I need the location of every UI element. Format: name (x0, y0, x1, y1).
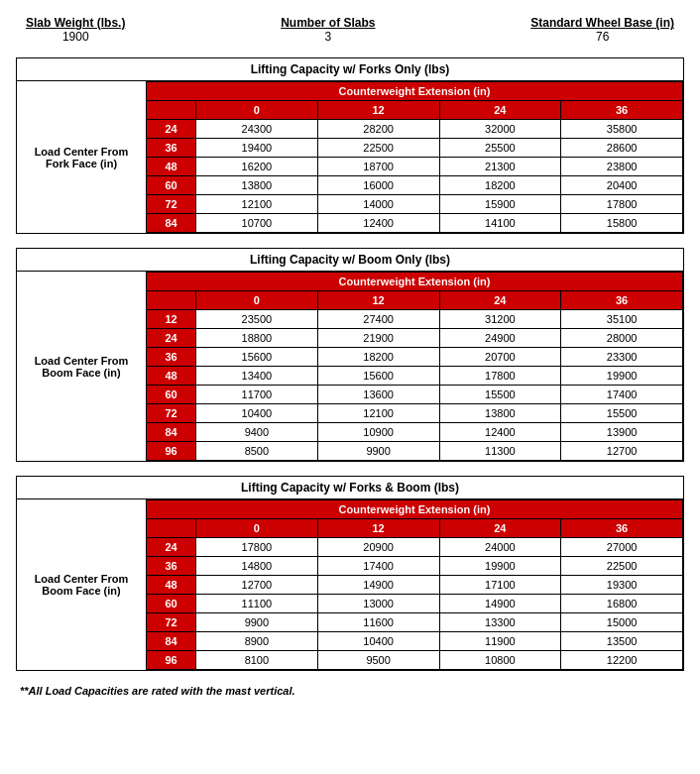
data-cell: 17100 (439, 576, 561, 595)
slab-weight-label: Slab Weight (lbs.) (26, 16, 125, 30)
data-cell: 23500 (196, 310, 318, 329)
data-cell: 13800 (196, 176, 318, 195)
table-row: 729900116001330015000 (147, 613, 683, 632)
data-cell: 13500 (561, 632, 683, 651)
data-cell: 35800 (561, 120, 683, 139)
data-cell: 10700 (196, 214, 318, 233)
data-cell: 13000 (317, 595, 439, 613)
table-row: 7212100140001590017800 (147, 195, 683, 214)
data-cell: 11100 (196, 595, 318, 613)
table-row: 849400109001240013900 (147, 423, 683, 442)
num-slabs-value: 3 (281, 30, 375, 44)
data-cell: 9900 (317, 442, 439, 461)
table2-cw-header: Counterweight Extension (in) (147, 273, 683, 291)
data-cell: 12100 (317, 404, 439, 423)
table-row: 6013800160001820020400 (147, 176, 683, 195)
data-cell: 12400 (317, 214, 439, 233)
table1-col-36: 36 (561, 101, 683, 120)
data-cell: 11700 (196, 386, 318, 404)
row-label-cell: 60 (147, 595, 196, 613)
data-cell: 17400 (561, 386, 683, 404)
data-cell: 11600 (317, 613, 439, 632)
data-cell: 12100 (196, 195, 318, 214)
table3-outer: Load Center From Boom Face (in) Counterw… (17, 499, 683, 670)
table1-row-label: Load Center From Fork Face (in) (17, 81, 146, 233)
num-slabs: Number of Slabs 3 (281, 16, 375, 44)
table1-col-placeholder (147, 101, 196, 120)
table-row: 848900104001190013500 (147, 632, 683, 651)
data-cell: 20900 (317, 538, 439, 557)
row-label-cell: 36 (147, 139, 196, 158)
table3-col-0: 0 (196, 519, 318, 538)
data-cell: 10900 (317, 423, 439, 442)
table-row: 1223500274003120035100 (147, 310, 683, 329)
data-cell: 13900 (561, 423, 683, 442)
data-cell: 13800 (439, 404, 561, 423)
data-cell: 15000 (561, 613, 683, 632)
data-cell: 9400 (196, 423, 318, 442)
data-cell: 16000 (317, 176, 439, 195)
data-cell: 20700 (439, 348, 561, 367)
table3-forks-boom: Lifting Capacity w/ Forks & Boom (lbs) L… (16, 476, 684, 671)
data-cell: 9500 (317, 651, 439, 670)
table1-title: Lifting Capacity w/ Forks Only (lbs) (17, 58, 683, 81)
row-label-cell: 24 (147, 538, 196, 557)
data-cell: 18200 (317, 348, 439, 367)
data-cell: 18200 (439, 176, 561, 195)
data-cell: 12700 (561, 442, 683, 461)
table-row: 3619400225002550028600 (147, 139, 683, 158)
row-label-cell: 12 (147, 310, 196, 329)
data-cell: 22500 (317, 139, 439, 158)
data-cell: 19900 (561, 367, 683, 386)
data-cell: 15600 (317, 367, 439, 386)
data-cell: 12200 (561, 651, 683, 670)
row-label-cell: 48 (147, 576, 196, 595)
table3-data-table: Counterweight Extension (in) 0 12 24 36 … (146, 499, 683, 670)
data-cell: 18700 (317, 158, 439, 176)
data-cell: 11900 (439, 632, 561, 651)
data-cell: 10800 (439, 651, 561, 670)
data-cell: 15900 (439, 195, 561, 214)
table-row: 7210400121001380015500 (147, 404, 683, 423)
data-cell: 15600 (196, 348, 318, 367)
table-row: 2424300282003200035800 (147, 120, 683, 139)
data-cell: 31200 (439, 310, 561, 329)
data-cell: 12700 (196, 576, 318, 595)
row-label-cell: 36 (147, 348, 196, 367)
row-label-cell: 72 (147, 404, 196, 423)
data-cell: 16800 (561, 595, 683, 613)
table-row: 96810095001080012200 (147, 651, 683, 670)
data-cell: 16200 (196, 158, 318, 176)
table1-col-12: 12 (317, 101, 439, 120)
data-cell: 22500 (561, 557, 683, 576)
table3-col-24: 24 (439, 519, 561, 538)
data-cell: 32000 (439, 120, 561, 139)
data-cell: 14800 (196, 557, 318, 576)
data-cell: 28000 (561, 329, 683, 348)
data-cell: 17800 (561, 195, 683, 214)
data-cell: 24900 (439, 329, 561, 348)
data-cell: 25500 (439, 139, 561, 158)
table1-data-area: Counterweight Extension (in) 0 12 24 36 … (146, 81, 683, 233)
table3-col-placeholder (147, 519, 196, 538)
data-cell: 35100 (561, 310, 683, 329)
data-cell: 10400 (317, 632, 439, 651)
data-cell: 27400 (317, 310, 439, 329)
row-label-cell: 72 (147, 613, 196, 632)
data-cell: 13600 (317, 386, 439, 404)
table3-row-label: Load Center From Boom Face (in) (17, 499, 146, 670)
table-row: 6011100130001490016800 (147, 595, 683, 613)
data-cell: 15500 (439, 386, 561, 404)
table3-data-area: Counterweight Extension (in) 0 12 24 36 … (146, 499, 683, 670)
data-cell: 14900 (317, 576, 439, 595)
row-label-cell: 84 (147, 632, 196, 651)
row-label-cell: 72 (147, 195, 196, 214)
slab-weight-value: 1900 (26, 30, 125, 44)
table2-col-placeholder (147, 291, 196, 310)
footnote: **All Load Capacities are rated with the… (16, 685, 684, 697)
data-cell: 11300 (439, 442, 561, 461)
table3-cw-header: Counterweight Extension (in) (147, 500, 683, 519)
table2-col-24: 24 (439, 291, 561, 310)
num-slabs-label: Number of Slabs (281, 16, 375, 30)
row-label-cell: 84 (147, 214, 196, 233)
